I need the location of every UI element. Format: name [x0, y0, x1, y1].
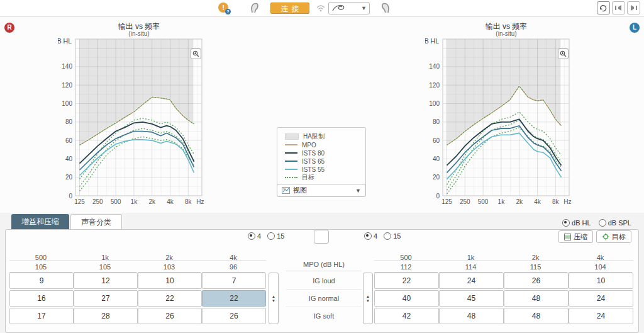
gain-cell-right-r2-c1[interactable]: 48: [439, 308, 504, 324]
freq-header-left: 5001k2k4k: [9, 251, 266, 261]
link-ears-button[interactable]: [314, 230, 329, 244]
series-ISTS 55: [447, 133, 562, 179]
compression-label: 压缩: [574, 232, 587, 242]
channels-left-15[interactable]: 15: [267, 232, 284, 240]
svg-text:250: 250: [460, 198, 470, 205]
mpo-row-left: 10510510396: [9, 261, 266, 271]
tab-sound-classification[interactable]: 声音分类: [70, 214, 122, 229]
legend-label: MPO: [302, 142, 316, 149]
output-chart-right-ear: 输出 vs 频率 (in-situ) 1252505001k2k4k8kHz02…: [58, 19, 209, 209]
gain-cell-right-r2-c3[interactable]: 24: [569, 308, 633, 324]
channels-right-15[interactable]: 15: [384, 232, 401, 240]
chevron-down-icon: ▼: [355, 188, 361, 194]
radio-label: dB SPL: [608, 219, 631, 227]
legend-label: ISTS 55: [302, 166, 325, 173]
channels-left-4[interactable]: 4: [248, 232, 261, 240]
mpo-value: 114: [439, 262, 502, 273]
view-dropdown[interactable]: 视图 ▼: [277, 184, 366, 197]
ig-loud-label: IG loud: [286, 273, 362, 290]
gain-cell-left-r1-c3[interactable]: 22: [202, 290, 266, 307]
chart-legend: HA限制MPOISTS 80ISTS 65ISTS 55目标: [277, 127, 366, 187]
radio-label: 15: [393, 232, 401, 240]
gain-stepper-right[interactable]: ▲▼: [363, 273, 373, 324]
view-chart-icon: [282, 187, 290, 194]
gain-cell-left-r2-c1[interactable]: 28: [74, 308, 138, 324]
gain-stepper-left[interactable]: ▲▼: [269, 273, 279, 324]
channels-radio-left: 415: [248, 232, 284, 240]
gain-cell-left-r0-c3[interactable]: 7: [202, 273, 266, 289]
right-ear-badge: R: [4, 23, 14, 33]
series-目标 65: [80, 128, 194, 186]
zoom-in-icon[interactable]: [558, 48, 569, 59]
freq-label: 2k: [504, 254, 567, 261]
gain-cell-left-r1-c0[interactable]: 16: [9, 290, 74, 307]
unit-radio-group: dB HLdB SPL: [562, 219, 631, 227]
top-toolbar: !? 连接 ▼: [0, 0, 644, 17]
legend-swatch: [285, 177, 297, 178]
tab-gain-compression[interactable]: 增益和压缩: [11, 214, 69, 229]
gain-cell-left-r0-c1[interactable]: 12: [74, 273, 138, 289]
gain-cell-right-r1-c0[interactable]: 40: [374, 290, 439, 307]
ig-soft-label: IG soft: [286, 308, 362, 324]
svg-text:250: 250: [92, 198, 103, 205]
legend-item: ISTS 55: [285, 166, 365, 173]
unit-db-hl[interactable]: dB HL: [562, 219, 591, 227]
gain-cell-right-r0-c1[interactable]: 24: [439, 273, 504, 289]
series-ISTS 55: [80, 140, 194, 176]
left-ear-badge: L: [630, 23, 640, 33]
gain-cell-left-r1-c2[interactable]: 22: [138, 290, 202, 307]
compression-button[interactable]: 压缩: [558, 230, 593, 243]
svg-text:dB HL: dB HL: [425, 37, 439, 45]
gain-cell-left-r0-c0[interactable]: 9: [9, 273, 74, 289]
svg-text:120: 120: [62, 82, 72, 89]
svg-text:0: 0: [436, 193, 440, 200]
svg-text:500: 500: [111, 198, 121, 205]
radio-icon: [599, 219, 606, 227]
zoom-in-icon[interactable]: [191, 48, 201, 59]
gain-cell-right-r0-c0[interactable]: 22: [374, 273, 439, 289]
gain-cell-right-r1-c1[interactable]: 45: [439, 290, 504, 307]
speaker-right-icon[interactable]: [627, 1, 640, 14]
speaker-left-icon[interactable]: [612, 1, 625, 14]
connect-button[interactable]: 连接: [270, 3, 309, 14]
legend-swatch: [285, 144, 297, 145]
info-subicon: ?: [225, 9, 231, 14]
gain-cell-left-r2-c3[interactable]: 26: [202, 308, 266, 324]
svg-text:Hz: Hz: [196, 198, 204, 205]
gain-cell-right-r0-c3[interactable]: 10: [569, 273, 633, 289]
earhook-icon: [331, 4, 348, 13]
gain-cell-left-r0-c2[interactable]: 10: [138, 273, 202, 289]
warning-icon[interactable]: !?: [218, 3, 228, 13]
legend-item: HA限制: [285, 133, 365, 140]
freq-header-right: 5001k2k4k: [374, 251, 633, 261]
tube-select[interactable]: ▼: [328, 2, 370, 14]
target-button[interactable]: 目标: [596, 230, 631, 243]
svg-text:1k: 1k: [131, 198, 138, 205]
gain-cell-left-r2-c0[interactable]: 17: [9, 308, 74, 324]
svg-text:80: 80: [65, 118, 73, 125]
ig-normal-label: IG normal: [286, 290, 362, 307]
gain-cell-right-r2-c2[interactable]: 48: [504, 308, 569, 324]
target-label: 目标: [612, 232, 626, 242]
undo-icon[interactable]: [597, 1, 610, 14]
unit-db-spl[interactable]: dB SPL: [599, 219, 631, 227]
svg-text:60: 60: [433, 137, 440, 144]
radio-icon: [384, 232, 391, 240]
svg-text:1k: 1k: [498, 198, 506, 205]
svg-text:80: 80: [433, 118, 440, 125]
target-crosshair-icon: [602, 233, 609, 240]
radio-icon: [267, 232, 275, 240]
gain-cell-right-r1-c3[interactable]: 24: [569, 290, 633, 307]
channels-right-4[interactable]: 4: [364, 232, 377, 240]
gain-cell-right-r1-c2[interactable]: 48: [504, 290, 569, 307]
legend-item: ISTS 80: [285, 149, 365, 157]
mpo-value: 112: [374, 262, 438, 273]
gain-cell-right-r2-c0[interactable]: 42: [374, 308, 439, 324]
chevron-down-icon: ▼: [361, 5, 367, 11]
svg-text:500: 500: [478, 198, 489, 205]
gain-cell-left-r2-c2[interactable]: 26: [138, 308, 202, 324]
ha-limit-region: [447, 39, 561, 145]
gain-cell-left-r1-c1[interactable]: 27: [74, 290, 138, 307]
gain-cell-right-r0-c2[interactable]: 26: [504, 273, 569, 289]
hearing-aid-left-icon: [249, 2, 262, 14]
